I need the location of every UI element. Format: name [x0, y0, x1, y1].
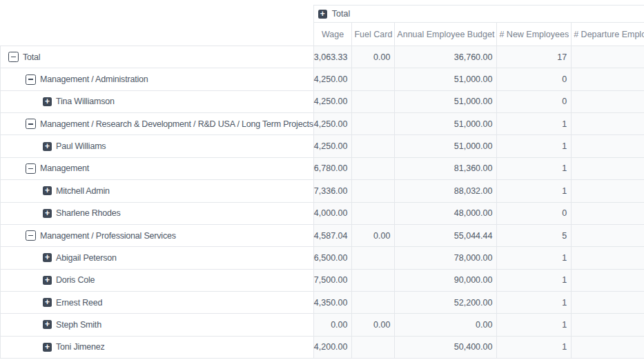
row-header-doris-cole[interactable]: Doris Cole: [1, 269, 314, 291]
measure-header-wage[interactable]: Wage: [313, 23, 352, 46]
value-cell: 90,000.00: [395, 269, 497, 291]
value-cell: 1: [497, 336, 572, 358]
row-header-paul-williams[interactable]: Paul Williams: [1, 135, 314, 157]
value-cell: 1: [572, 224, 644, 246]
row-header-tina-williamson[interactable]: Tina Williamson: [1, 90, 314, 112]
row-header-management-research-development-r-d-usa-long-term-projects[interactable]: Management / Research & Development / R&…: [1, 113, 314, 135]
value-cell: 51,000.00: [395, 90, 497, 112]
collapse-icon[interactable]: [8, 52, 19, 62]
value-cell: 1: [572, 90, 644, 112]
row-label: Tina Williamson: [56, 97, 115, 106]
column-group-header-total[interactable]: Total: [313, 6, 644, 23]
row-header-management-professional-services[interactable]: Management / Professional Services: [1, 224, 314, 246]
expand-icon[interactable]: [43, 253, 52, 262]
value-cell: 1: [572, 247, 644, 269]
value-cell: 0.00: [313, 314, 352, 336]
pivot-view: Total WageFuel CardAnnual Employee Budge…: [0, 0, 644, 360]
value-cell: [352, 135, 395, 157]
collapse-icon[interactable]: [26, 163, 36, 174]
value-cell: 52,200.00: [395, 291, 497, 313]
row-header-abigail-peterson[interactable]: Abigail Peterson: [1, 247, 314, 269]
table-row: Sharlene Rhodes4,000.0048,000.0001: [1, 202, 644, 224]
expand-icon[interactable]: [43, 209, 52, 218]
value-cell: [352, 157, 395, 179]
value-cell: 51,000.00: [395, 68, 497, 90]
value-cell: 10: [572, 46, 644, 68]
measure-header-annual-employee-budget[interactable]: Annual Employee Budget: [395, 23, 497, 46]
expand-icon[interactable]: [43, 298, 52, 307]
expand-icon[interactable]: [43, 320, 52, 329]
corner-cell: [1, 6, 314, 23]
row-header-mitchell-admin[interactable]: Mitchell Admin: [1, 180, 314, 202]
value-cell: 4,200.00: [313, 336, 352, 358]
value-cell: 1: [572, 68, 644, 90]
row-header-ernest-reed[interactable]: Ernest Reed: [1, 291, 314, 313]
row-header-sharlene-rhodes[interactable]: Sharlene Rhodes: [1, 202, 314, 224]
measure-header-departure-employee[interactable]: # Departure Employee: [572, 23, 644, 46]
table-row: Doris Cole7,500.0090,000.0010: [1, 269, 644, 291]
row-header-management-administration[interactable]: Management / Administration: [1, 68, 314, 90]
expand-icon[interactable]: [43, 142, 52, 151]
collapse-icon[interactable]: [26, 230, 36, 241]
row-header-total[interactable]: Total: [1, 46, 314, 68]
value-cell: 48,000.00: [395, 202, 497, 224]
value-cell: 1: [497, 180, 572, 202]
value-cell: 4,250.00: [313, 113, 352, 135]
value-cell: 1: [572, 113, 644, 135]
value-cell: 0: [497, 90, 572, 112]
value-cell: 50,400.00: [395, 336, 497, 358]
row-header-management[interactable]: Management: [1, 157, 314, 179]
value-cell: 4,250.00: [313, 135, 352, 157]
value-cell: 0: [572, 269, 644, 291]
value-cell: 1: [497, 291, 572, 313]
row-label: Toni Jimenez: [56, 342, 105, 352]
expand-icon[interactable]: [318, 10, 327, 19]
value-cell: 4,350.00: [313, 291, 352, 313]
table-row: Management / Research & Development / R&…: [1, 113, 644, 135]
row-header-toni-jimenez[interactable]: Toni Jimenez: [1, 336, 314, 358]
expand-icon[interactable]: [43, 276, 52, 285]
row-label: Total: [23, 52, 40, 62]
value-cell: 51,000.00: [395, 113, 497, 135]
corner-cell: [1, 23, 314, 46]
value-cell: [352, 113, 395, 135]
value-cell: 36,760.00: [395, 46, 497, 68]
value-cell: 0: [572, 291, 644, 313]
row-label: Doris Cole: [56, 275, 95, 285]
value-cell: 78,000.00: [395, 247, 497, 269]
value-cell: [352, 291, 395, 313]
value-cell: 4,250.00: [313, 68, 352, 90]
value-cell: [352, 336, 395, 358]
table-row: Management / Administration4,250.0051,00…: [1, 68, 644, 90]
value-cell: 0: [572, 314, 644, 336]
value-cell: 6,780.00: [313, 157, 352, 179]
value-cell: [352, 202, 395, 224]
measure-header-new-employees[interactable]: # New Employees: [497, 23, 572, 46]
value-cell: 81,360.00: [395, 157, 497, 179]
measure-header-fuel-card[interactable]: Fuel Card: [352, 23, 395, 46]
table-row: Ernest Reed4,350.0052,200.0010: [1, 291, 644, 313]
expand-icon[interactable]: [43, 97, 52, 106]
row-label: Paul Williams: [56, 141, 106, 151]
value-cell: 4,000.00: [313, 202, 352, 224]
value-cell: 0.00: [352, 314, 395, 336]
collapse-icon[interactable]: [26, 74, 36, 85]
value-cell: 55,044.44: [395, 224, 497, 246]
value-cell: 1: [572, 157, 644, 179]
value-cell: 1: [497, 269, 572, 291]
table-row: Total3,063.330.0036,760.001710: [1, 46, 644, 68]
table-row: Paul Williams4,250.0051,000.0011: [1, 135, 644, 157]
value-cell: 7,500.00: [313, 269, 352, 291]
collapse-icon[interactable]: [26, 119, 36, 129]
table-row: Toni Jimenez4,200.0050,400.0010: [1, 336, 644, 358]
column-group-row: Total: [1, 6, 644, 23]
value-cell: 0: [497, 202, 572, 224]
expand-icon[interactable]: [43, 343, 52, 352]
row-label: Ernest Reed: [56, 298, 102, 308]
value-cell: 1: [497, 113, 572, 135]
value-cell: 88,032.00: [395, 180, 497, 202]
value-cell: 1: [497, 135, 572, 157]
expand-icon[interactable]: [43, 186, 52, 195]
row-header-steph-smith[interactable]: Steph Smith: [1, 314, 314, 336]
value-cell: 4,250.00: [313, 90, 352, 112]
